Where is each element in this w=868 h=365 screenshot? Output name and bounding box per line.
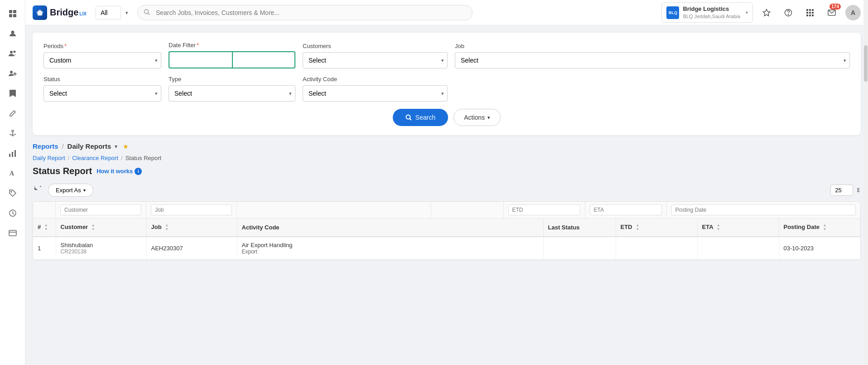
user-icon[interactable] xyxy=(5,25,21,42)
table-row: 1 Shishubalan CR230138 AEH230307 Air Exp… xyxy=(33,237,860,260)
bookmark-icon[interactable] xyxy=(5,85,21,102)
logo-text: Bridge xyxy=(50,7,78,18)
grid-icon[interactable] xyxy=(5,5,21,22)
type-label: Type xyxy=(169,76,295,83)
job-filter-input[interactable] xyxy=(151,204,232,215)
svg-rect-0 xyxy=(9,10,12,13)
star-button[interactable] xyxy=(758,5,775,21)
breadcrumb-daily-reports: Daily Reports xyxy=(68,142,111,150)
search-filter-select[interactable]: All xyxy=(96,6,121,19)
job-group: Job Select xyxy=(455,43,850,68)
sub-link-clearance-report[interactable]: Clearance Report xyxy=(72,155,118,161)
status-select[interactable]: Select xyxy=(43,85,161,102)
etd-filter-input[interactable] xyxy=(508,204,580,215)
status-group: Status Select xyxy=(43,76,161,102)
sub-sep2: / xyxy=(121,155,123,161)
job-label: Job xyxy=(455,43,850,49)
search-input[interactable] xyxy=(137,5,473,20)
svg-rect-27 xyxy=(806,9,808,11)
company-logo: BLQ xyxy=(666,6,679,19)
clock-icon[interactable] xyxy=(5,205,21,221)
search-button[interactable]: Search xyxy=(393,109,448,126)
col-etd: ETD ▲▼ xyxy=(616,219,697,237)
notification-button[interactable]: 174 xyxy=(824,5,840,21)
etd-sort-icon[interactable]: ▲▼ xyxy=(636,224,639,231)
cell-etd xyxy=(616,237,697,260)
col-hash: # ▲▼ xyxy=(33,219,56,237)
customer-filter-input[interactable] xyxy=(60,204,141,215)
scrollbar-thumb[interactable] xyxy=(864,45,868,82)
col-posting-date: Posting Date ▲▼ xyxy=(779,219,860,237)
company-name: Bridge Logistics xyxy=(683,5,740,13)
search-btn-label: Search xyxy=(415,114,435,121)
tag-icon[interactable] xyxy=(5,185,21,201)
company-selector[interactable]: BLQ Bridge Logistics BLQ Jeddah,Saudi Ar… xyxy=(661,2,753,23)
users-icon[interactable] xyxy=(5,45,21,62)
hash-sort-icon[interactable]: ▲▼ xyxy=(44,224,48,231)
breadcrumb-reports-link[interactable]: Reports xyxy=(33,142,58,150)
job-sort-icon[interactable]: ▲▼ xyxy=(165,224,169,231)
date-range: 01-10-2023 04-01-2024 xyxy=(169,51,295,68)
customer-sort-icon[interactable]: ▲▼ xyxy=(92,224,95,231)
apps-button[interactable] xyxy=(802,5,818,21)
user-add-icon[interactable] xyxy=(5,65,21,82)
cell-customer: Shishubalan CR230138 xyxy=(56,237,146,260)
company-info: Bridge Logistics BLQ Jeddah,Saudi Arabia xyxy=(683,5,740,19)
sub-link-daily-report[interactable]: Daily Report xyxy=(33,155,65,161)
svg-rect-14 xyxy=(14,150,16,157)
svg-rect-3 xyxy=(13,14,16,17)
job-select[interactable]: Select xyxy=(455,52,850,68)
info-icon: i xyxy=(135,168,142,175)
export-button[interactable]: Export As ▾ xyxy=(48,184,93,197)
content: Periods* Custom Date Filter* 01-10-2023 xyxy=(25,25,868,365)
breadcrumb-star-icon[interactable]: ★ xyxy=(123,143,129,150)
posting-date-sort-icon[interactable]: ▲▼ xyxy=(823,224,827,231)
sub-sep1: / xyxy=(68,155,70,161)
actions-caret-icon: ▾ xyxy=(487,115,490,121)
svg-rect-30 xyxy=(806,12,808,14)
svg-rect-33 xyxy=(806,15,808,16)
logo: Bridge LIX xyxy=(33,5,87,20)
activity-code-name: Air Export Handling xyxy=(242,242,539,248)
customer-name: Shishubalan xyxy=(61,242,142,248)
filter-panel: Periods* Custom Date Filter* 01-10-2023 xyxy=(33,33,861,135)
eta-filter-input[interactable] xyxy=(590,204,662,215)
col-activity-code: Activity Code xyxy=(237,219,543,237)
topbar-right: BLQ Bridge Logistics BLQ Jeddah,Saudi Ar… xyxy=(661,2,861,23)
activity-code-select[interactable]: Select xyxy=(303,85,448,102)
chart-icon[interactable] xyxy=(5,145,21,161)
font-icon[interactable]: A xyxy=(5,165,21,181)
how-it-works[interactable]: How it works i xyxy=(96,168,142,175)
page-size-stepper-icon[interactable]: ⇕ xyxy=(856,187,861,194)
posting-date-filter-cell xyxy=(667,202,861,218)
svg-point-37 xyxy=(406,115,410,119)
edit-icon[interactable] xyxy=(5,105,21,122)
date-filter-label: Date Filter* xyxy=(169,42,295,49)
type-group: Type Select xyxy=(169,76,295,102)
date-to-input[interactable]: 04-01-2024 xyxy=(232,51,295,68)
date-from-input[interactable]: 01-10-2023 xyxy=(169,51,232,68)
refresh-button[interactable] xyxy=(33,184,43,197)
help-button[interactable] xyxy=(780,5,796,21)
svg-point-5 xyxy=(10,51,13,54)
logo-icon xyxy=(33,5,47,20)
periods-select[interactable]: Custom xyxy=(43,52,161,68)
type-select[interactable]: Select xyxy=(169,85,295,102)
breadcrumb-sep1: / xyxy=(62,143,64,150)
actions-button[interactable]: Actions ▾ xyxy=(453,109,501,126)
scrollbar[interactable] xyxy=(863,0,868,365)
posting-date-filter-input[interactable] xyxy=(671,204,856,215)
activity-filter-cell xyxy=(237,202,431,218)
company-chevron-icon: ▾ xyxy=(746,10,748,15)
page-size-input[interactable]: 25 xyxy=(830,185,853,196)
card-icon[interactable] xyxy=(5,225,21,241)
cell-eta xyxy=(697,237,779,260)
anchor-icon[interactable] xyxy=(5,125,21,141)
periods-group: Periods* Custom xyxy=(43,43,161,68)
eta-sort-icon[interactable]: ▲▼ xyxy=(717,224,720,231)
avatar[interactable]: A xyxy=(845,5,861,20)
etd-filter-cell xyxy=(504,202,585,218)
svg-rect-28 xyxy=(809,9,811,11)
customers-select[interactable]: Select xyxy=(303,52,448,68)
breadcrumb-caret-icon[interactable]: ▾ xyxy=(115,143,117,150)
